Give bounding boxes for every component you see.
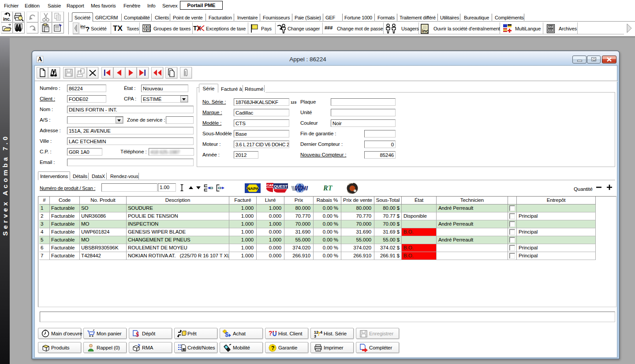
svg-text:###: ### [325,25,332,30]
svg-text:3: 3 [314,334,316,338]
svg-text:?: ? [269,330,273,337]
svg-text:?: ? [86,25,90,33]
svg-text:?: ? [183,348,185,351]
svg-text:TX: TX [147,29,151,32]
svg-text:NAPA: NAPA [247,186,259,191]
svg-text:4: 4 [320,330,322,334]
svg-text:?: ? [271,345,274,351]
svg-text:$: $ [225,331,229,338]
svg-text:TX: TX [147,25,151,28]
svg-text:inc.: inc. [3,17,11,22]
svg-text:TX: TX [113,24,123,33]
svg-text:WHI: WHI [295,184,308,192]
svg-text:CAR: CAR [267,183,275,187]
svg-text:inc: inc [422,29,429,33]
svg-text:QUEST: QUEST [274,184,288,189]
svg-text:$: $ [136,331,139,338]
svg-text:RT: RT [323,184,333,192]
